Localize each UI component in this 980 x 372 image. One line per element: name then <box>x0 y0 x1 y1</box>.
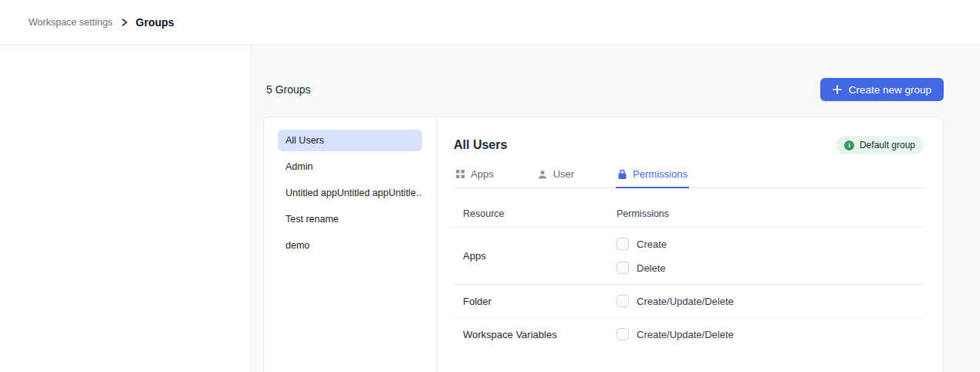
breadcrumb-groups: Groups <box>136 16 174 29</box>
permission-folder-cud: Create/Update/Delete <box>617 295 924 307</box>
resource-column-header: Resource <box>463 208 505 219</box>
info-icon: i <box>844 140 854 150</box>
detail-header: All Users i Default group <box>454 136 924 154</box>
page-body: 5 Groups Create new group All Users Admi… <box>0 46 980 372</box>
permissions-column-header: Permissions <box>617 208 669 219</box>
checkbox-folder-cud[interactable] <box>617 295 629 307</box>
group-title: All Users <box>454 138 507 152</box>
group-list: All Users Admin Untitled appUntitled app… <box>264 117 437 372</box>
checkbox-label: Delete <box>637 262 666 274</box>
detail-tabs: Apps User <box>454 165 924 188</box>
top-bar: Workspace settings Groups <box>0 0 980 46</box>
group-detail-panel: All Users i Default group <box>437 117 943 372</box>
groups-card: All Users Admin Untitled appUntitled app… <box>263 117 944 372</box>
resource-label: Apps <box>454 238 617 274</box>
tab-apps-label: Apps <box>471 168 494 180</box>
permission-apps-create: Create <box>617 238 924 250</box>
group-item-untitled-app[interactable]: Untitled appUntitled appUntitle… <box>278 182 422 204</box>
table-row-workspace-variables: Workspace Variables Create/Update/Delete <box>454 318 924 350</box>
group-item-test-rename[interactable]: Test rename <box>278 208 422 230</box>
group-item-all-users[interactable]: All Users <box>278 130 422 151</box>
tab-user-label: User <box>553 168 574 180</box>
table-row-folder: Folder Create/Update/Delete <box>454 285 924 318</box>
user-icon <box>537 169 548 180</box>
plus-icon <box>833 85 842 94</box>
permissions-table: Resource Permissions Apps Create <box>454 206 924 350</box>
tab-permissions-label: Permissions <box>633 168 688 180</box>
checkbox-workspace-variables-cud[interactable] <box>617 328 629 340</box>
group-item-demo[interactable]: demo <box>278 235 422 256</box>
content-header: 5 Groups Create new group <box>263 78 944 101</box>
tab-user[interactable]: User <box>536 165 576 188</box>
lock-icon <box>617 169 627 180</box>
group-item-admin[interactable]: Admin <box>278 156 422 178</box>
create-new-group-button[interactable]: Create new group <box>820 78 944 101</box>
tab-permissions[interactable]: Permissions <box>616 165 689 188</box>
permission-workspace-variables-cud: Create/Update/Delete <box>617 328 924 340</box>
groups-count-label: 5 Groups <box>263 83 311 96</box>
resource-label: Workspace Variables <box>454 328 617 340</box>
checkbox-apps-create[interactable] <box>617 238 629 250</box>
breadcrumb-workspace-settings[interactable]: Workspace settings <box>29 17 113 28</box>
checkbox-label: Create/Update/Delete <box>637 296 734 307</box>
default-group-label: Default group <box>860 140 915 150</box>
tab-apps[interactable]: Apps <box>454 165 495 188</box>
table-row-apps: Apps Create Delete <box>454 228 924 285</box>
default-group-badge: i Default group <box>836 136 924 154</box>
checkbox-label: Create/Update/Delete <box>637 329 734 340</box>
create-new-group-label: Create new group <box>849 84 931 96</box>
resource-label: Folder <box>454 295 617 307</box>
settings-sidebar <box>0 46 251 372</box>
checkbox-apps-delete[interactable] <box>617 262 629 274</box>
apps-grid-icon <box>455 169 465 179</box>
checkbox-label: Create <box>637 238 667 250</box>
table-header-row: Resource Permissions <box>454 206 924 228</box>
permission-apps-delete: Delete <box>617 262 924 274</box>
groups-content: 5 Groups Create new group All Users Admi… <box>251 46 980 372</box>
chevron-right-icon <box>120 18 129 27</box>
